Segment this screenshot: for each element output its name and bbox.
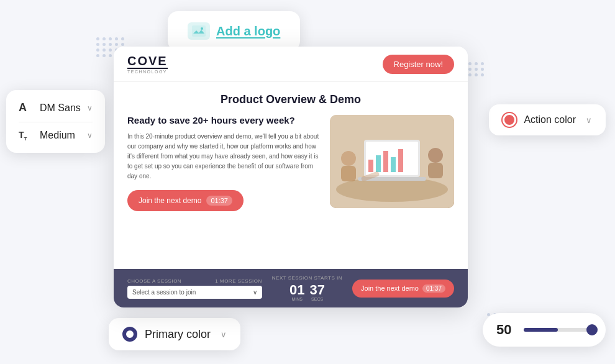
app-title: Product Overview & Demo <box>127 93 454 106</box>
app-logo-sub: TECHNOLOGY <box>127 70 168 74</box>
font-a-icon: A <box>19 101 34 114</box>
app-window: COVE TECHNOLOGY Register now! Product Ov… <box>114 47 468 307</box>
timer-secs-unit: 37 SECS <box>309 283 324 301</box>
logo-image-icon <box>188 22 210 40</box>
app-image <box>330 115 454 208</box>
font-name-label: DM Sans <box>40 102 81 114</box>
add-logo-panel: Add a logo <box>168 11 300 51</box>
action-color-panel[interactable]: Action color ∨ <box>489 104 606 135</box>
primary-color-label: Primary color <box>145 328 211 341</box>
timer-display: 01 MINS 37 SECS <box>289 283 325 301</box>
more-session-label: 1 MORE SESSION <box>215 278 262 284</box>
footer-session-section: CHOOSE A SESSION 1 MORE SESSION Select a… <box>127 278 262 299</box>
font-weight-chevron-icon: ∨ <box>87 131 93 140</box>
font-weight-icon: TT <box>19 130 34 142</box>
svg-point-1 <box>201 27 203 30</box>
app-text-section: Ready to save 20+ hours every week? In t… <box>127 115 320 260</box>
join-btn-label: Join the next demo <box>139 196 201 205</box>
font-panel: A DM Sans ∨ TT Medium ∨ <box>6 90 105 153</box>
slider-fill <box>524 328 558 332</box>
app-body: Ready to save 20+ hours every week? In t… <box>127 115 454 260</box>
choose-session-label: CHOOSE A SESSION <box>127 278 181 284</box>
primary-color-panel[interactable]: Primary color ∨ <box>109 318 240 350</box>
footer-join-button[interactable]: Join the next demo 01:37 <box>352 280 454 298</box>
slider-thumb[interactable] <box>586 324 598 335</box>
svg-point-14 <box>428 148 443 163</box>
app-content: Product Overview & Demo Ready to save 20… <box>114 82 468 260</box>
footer-join-label: Join the next demo <box>361 284 419 292</box>
join-demo-button[interactable]: Join the next demo 01:37 <box>127 190 244 211</box>
timer-mins-unit: 01 MINS <box>289 283 304 301</box>
app-description: In this 20-minute product overview and d… <box>127 132 320 181</box>
timer-mins-label: MINS <box>291 297 303 301</box>
svg-rect-10 <box>398 149 403 172</box>
session-placeholder: Select a session to join <box>132 289 196 296</box>
session-select[interactable]: Select a session to join ∨ <box>127 286 262 299</box>
slider-track[interactable] <box>524 328 592 332</box>
font-divider <box>19 122 93 122</box>
footer-timer: NEXT SESSION STARTS IN 01 MINS 37 SECS <box>272 275 342 301</box>
svg-point-12 <box>341 151 356 166</box>
app-image-simulation <box>330 115 454 208</box>
primary-color-chevron-icon: ∨ <box>221 330 227 339</box>
timer-secs-value: 37 <box>309 283 324 297</box>
slider-value-label: 50 <box>496 322 515 338</box>
timer-mins-value: 01 <box>289 283 304 297</box>
next-session-label: NEXT SESSION STARTS IN <box>272 275 342 281</box>
session-chevron-icon: ∨ <box>253 289 257 296</box>
app-logo: COVE TECHNOLOGY <box>127 54 168 74</box>
app-heading: Ready to save 20+ hours every week? <box>127 115 320 125</box>
svg-rect-6 <box>368 160 373 172</box>
svg-rect-13 <box>341 166 356 181</box>
app-logo-name: COVE <box>127 54 168 69</box>
primary-color-dot <box>122 327 137 342</box>
svg-rect-7 <box>376 155 381 172</box>
svg-rect-15 <box>428 163 443 178</box>
action-color-dot <box>503 113 516 127</box>
app-header: COVE TECHNOLOGY Register now! <box>114 47 468 82</box>
svg-rect-9 <box>391 157 396 172</box>
svg-rect-8 <box>383 151 388 172</box>
add-logo-link[interactable]: Add a logo <box>216 24 280 39</box>
font-chevron-icon: ∨ <box>87 104 93 112</box>
font-weight-selector[interactable]: TT Medium ∨ <box>19 130 93 142</box>
app-footer: CHOOSE A SESSION 1 MORE SESSION Select a… <box>114 269 468 307</box>
font-weight-label: Medium <box>40 130 81 141</box>
action-color-label: Action color <box>524 114 576 125</box>
action-color-chevron-icon: ∨ <box>586 116 592 125</box>
svg-rect-0 <box>192 25 206 37</box>
footer-join-timer: 01:37 <box>422 284 445 293</box>
join-btn-timer: 01:37 <box>206 196 232 206</box>
timer-secs-label: SECS <box>311 297 323 301</box>
register-button[interactable]: Register now! <box>383 55 454 74</box>
slider-panel: 50 <box>483 313 606 347</box>
font-selector[interactable]: A DM Sans ∨ <box>19 101 93 114</box>
